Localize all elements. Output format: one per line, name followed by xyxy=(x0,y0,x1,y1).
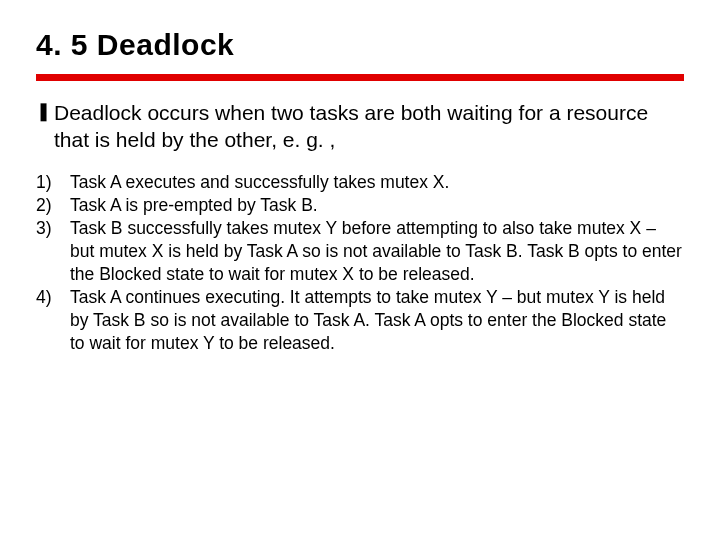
title-underline xyxy=(36,74,684,81)
steps-list: 1) Task A executes and successfully take… xyxy=(36,171,684,355)
step-number: 1) xyxy=(36,171,70,194)
list-item: 2) Task A is pre-empted by Task B. xyxy=(36,194,684,217)
step-text: Task A is pre-empted by Task B. xyxy=(70,194,684,217)
step-number: 3) xyxy=(36,217,70,286)
list-item: 4) Task A continues executing. It attemp… xyxy=(36,286,684,355)
step-text: Task A executes and successfully takes m… xyxy=(70,171,684,194)
list-item: 1) Task A executes and successfully take… xyxy=(36,171,684,194)
step-number: 2) xyxy=(36,194,70,217)
intro-block: ❚ Deadlock occurs when two tasks are bot… xyxy=(36,99,684,153)
step-number: 4) xyxy=(36,286,70,355)
list-item: 3) Task B successfully takes mutex Y bef… xyxy=(36,217,684,286)
step-text: Task B successfully takes mutex Y before… xyxy=(70,217,684,286)
intro-text: Deadlock occurs when two tasks are both … xyxy=(54,99,684,153)
step-text: Task A continues executing. It attempts … xyxy=(70,286,684,355)
zapf-bullet-icon: ❚ xyxy=(36,99,54,123)
slide-title: 4. 5 Deadlock xyxy=(36,28,684,62)
